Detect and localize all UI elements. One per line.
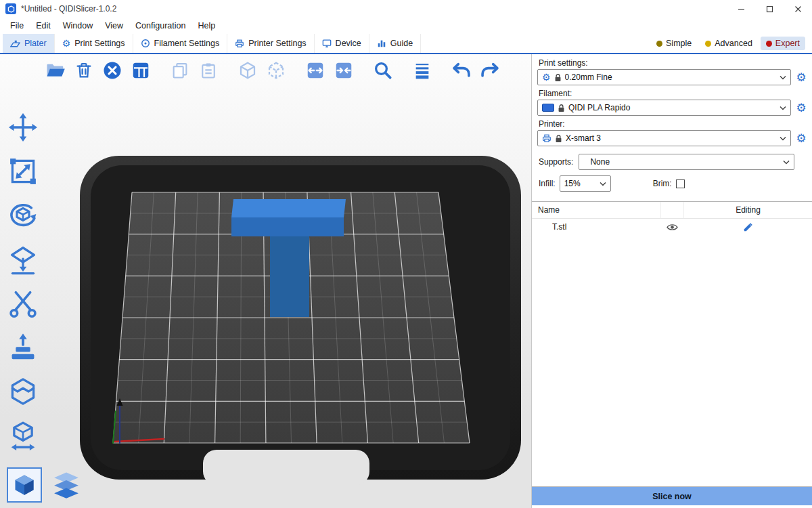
maximize-icon[interactable] (755, 0, 784, 18)
rotate-icon[interactable] (5, 198, 41, 233)
measure-icon[interactable] (5, 418, 41, 453)
close-icon[interactable] (784, 0, 812, 18)
place-on-face-icon[interactable] (5, 242, 41, 277)
edit-print-settings-gear-icon[interactable]: ⚙ (794, 72, 808, 83)
variable-layer-height-icon[interactable] (410, 58, 434, 83)
expert-mode-dot-icon (766, 41, 772, 47)
mode-simple[interactable]: Simple (651, 37, 697, 50)
mode-advanced[interactable]: Advanced (700, 37, 758, 50)
open-icon[interactable] (43, 58, 68, 83)
slice-now-button[interactable]: Slice now (532, 487, 812, 505)
menu-window[interactable]: Window (57, 19, 99, 33)
simple-mode-dot-icon (656, 41, 662, 47)
printer-combo[interactable]: X-smart 3 (537, 130, 791, 146)
delete-icon[interactable] (72, 58, 96, 83)
filament-label: Filament: (539, 89, 805, 98)
object-name: T.stl (532, 222, 660, 232)
filament-settings-icon (141, 39, 150, 48)
infill-value: 15% (564, 179, 596, 188)
eye-icon[interactable] (667, 223, 678, 232)
tab-guide[interactable]: Guide (369, 34, 421, 53)
cut-icon[interactable] (5, 286, 41, 321)
arrange-icon[interactable] (129, 58, 153, 83)
minimize-icon[interactable] (727, 0, 755, 18)
redo-icon[interactable] (478, 58, 502, 83)
top-toolbar (43, 58, 502, 83)
mode-expert[interactable]: Expert (761, 37, 805, 50)
chevron-down-icon (780, 72, 786, 82)
plate-handle-notch (203, 450, 369, 485)
scene (0, 54, 531, 508)
print-settings-label: Print settings: (539, 58, 805, 68)
column-visibility (660, 202, 683, 218)
brim-label: Brim: (653, 179, 672, 188)
menu-configuration[interactable]: Configuration (129, 19, 191, 33)
menu-edit[interactable]: Edit (30, 19, 57, 33)
printer-settings-icon (235, 39, 244, 48)
menu-file[interactable]: File (4, 19, 30, 33)
tab-filament-settings[interactable]: Filament Settings (133, 34, 228, 53)
move-icon[interactable] (5, 110, 41, 145)
chevron-down-icon (780, 133, 786, 143)
filament-color-swatch (542, 104, 554, 112)
device-icon (322, 39, 332, 48)
lock-icon (555, 134, 562, 143)
supports-combo[interactable]: None (579, 154, 794, 170)
tab-bar: Plater ⚙ Print Settings Filament Setting… (0, 34, 812, 54)
scale-icon[interactable] (5, 154, 41, 189)
menu-help[interactable]: Help (191, 19, 221, 33)
printer-label: Printer: (539, 119, 805, 129)
infill-combo[interactable]: 15% (560, 175, 611, 192)
seam-painting-icon[interactable] (5, 374, 41, 409)
printer-icon (542, 133, 551, 143)
title-bar: *Untitled - QIDISlicer-1.0.2 (0, 0, 812, 18)
delete-all-icon[interactable] (100, 58, 125, 83)
edit-object-icon[interactable] (743, 222, 753, 232)
remove-instance-icon[interactable] (264, 58, 288, 83)
infill-label: Infill: (539, 179, 556, 188)
mode-switcher: Simple Advanced Expert (651, 34, 812, 53)
left-toolbar (5, 110, 41, 453)
split-to-objects-icon[interactable] (303, 58, 328, 83)
app-logo-icon (5, 3, 16, 14)
brim-checkbox[interactable] (676, 179, 685, 188)
print-settings-value: 0.20mm Fine (565, 72, 776, 82)
printer-value: X-smart 3 (566, 133, 776, 143)
paint-supports-icon[interactable] (5, 330, 41, 365)
undo-icon[interactable] (449, 58, 474, 83)
chevron-down-icon (780, 103, 786, 112)
viewport-3d[interactable] (0, 54, 531, 508)
3d-editor-view-icon[interactable] (7, 467, 42, 503)
edit-filament-gear-icon[interactable]: ⚙ (794, 102, 808, 114)
search-icon[interactable] (371, 58, 395, 83)
supports-value: None (583, 157, 780, 167)
tab-printer-settings[interactable]: Printer Settings (227, 34, 314, 53)
view-toggles (7, 467, 84, 503)
print-settings-combo[interactable]: ⚙ 0.20mm Fine (537, 69, 791, 85)
object-list-header: Name Editing (532, 202, 812, 219)
column-name: Name (532, 205, 660, 215)
split-to-parts-icon[interactable] (332, 58, 356, 83)
plater-icon (10, 39, 20, 49)
tab-plater[interactable]: Plater (3, 34, 55, 53)
edit-printer-gear-icon[interactable]: ⚙ (794, 133, 808, 144)
supports-label: Supports: (539, 157, 573, 167)
menu-view[interactable]: View (99, 19, 129, 33)
preview-view-icon[interactable] (49, 467, 84, 503)
tab-device[interactable]: Device (315, 34, 369, 53)
filament-combo[interactable]: QIDI PLA Rapido (537, 100, 791, 116)
object-list-row[interactable]: T.stl (532, 219, 812, 235)
paste-icon[interactable] (196, 58, 221, 83)
lock-icon (554, 73, 562, 82)
column-editing: Editing (683, 202, 812, 218)
menu-bar: File Edit Window View Configuration Help (0, 18, 812, 34)
tab-print-settings[interactable]: ⚙ Print Settings (55, 34, 133, 53)
print-settings-icon: ⚙ (62, 39, 71, 48)
chevron-down-icon (600, 179, 606, 188)
add-instance-icon[interactable] (235, 58, 260, 83)
preset-gear-icon: ⚙ (542, 72, 551, 82)
settings-sidebar: Print settings: ⚙ 0.20mm Fine ⚙ Filament… (531, 54, 812, 508)
window-title: *Untitled - QIDISlicer-1.0.2 (21, 4, 116, 14)
copy-icon[interactable] (168, 58, 192, 83)
guide-icon (377, 39, 386, 48)
